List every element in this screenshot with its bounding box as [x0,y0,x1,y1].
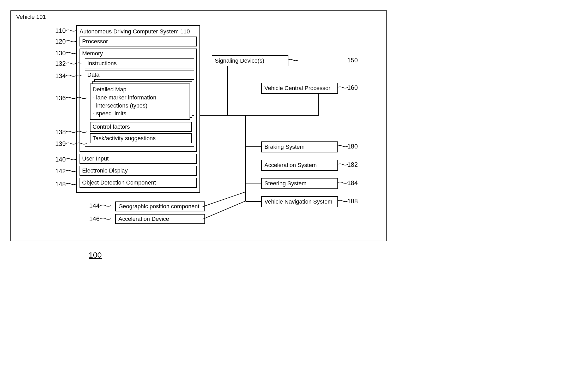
user-input-box: User Input [80,154,197,164]
central-processor-box: Vehicle Central Processor [261,83,338,94]
map-item-speed: - speed limits [93,110,126,117]
memory-box: Memory Instructions Data Detailed Map - … [80,49,197,152]
map-item-intersections: - intersections (types) [93,102,147,109]
svg-line-9 [203,192,246,207]
ref-110: 110 [55,27,66,34]
ref-120: 120 [55,38,66,45]
ref-139: 139 [55,140,66,147]
acceleration-system-box: Acceleration System [261,160,338,171]
ref-140: 140 [55,156,66,163]
task-activity-box: Task/activity suggestions [90,133,192,143]
ref-184: 184 [347,179,358,187]
vehicle-label: Vehicle 101 [16,14,381,20]
ref-136: 136 [55,94,66,102]
detailed-map-title: Detailed Map [93,86,126,93]
ref-130: 130 [55,50,66,57]
geo-position-box: Geographic position component [115,201,205,211]
ref-180: 180 [347,143,358,150]
navigation-box: Vehicle Navigation System [261,196,338,207]
signaling-box: Signaling Device(s) [212,55,288,66]
ref-188: 188 [347,198,358,205]
ref-132: 132 [55,60,66,67]
detailed-map-box: Detailed Map - lane marker information -… [90,84,190,120]
control-factors-box: Control factors [90,122,192,132]
ref-148: 148 [55,181,66,188]
ref-150: 150 [347,57,358,64]
detailed-map-stack: Detailed Map - lane marker information -… [90,84,192,120]
accel-device-box: Acceleration Device [115,214,205,224]
ref-182: 182 [347,161,358,168]
ref-144: 144 [89,202,100,210]
braking-box: Braking System [261,141,338,152]
steering-box: Steering System [261,178,338,189]
ref-134: 134 [55,72,66,80]
object-detection-box: Object Detection Component [80,178,197,188]
vehicle-outer-box: Vehicle 101 Autonomous Driving Computer … [10,10,387,241]
autonomous-system-title: Autonomous Driving Computer System 110 [80,28,197,35]
data-box: Data Detailed Map - lane marker informat… [85,70,194,147]
instructions-box: Instructions [85,58,194,68]
svg-line-10 [203,201,246,219]
ref-146: 146 [89,215,100,223]
ref-142: 142 [55,168,66,175]
ref-138: 138 [55,128,66,136]
map-item-lane: - lane marker information [93,94,156,101]
memory-label: Memory [82,50,103,57]
electronic-display-box: Electronic Display [80,166,197,176]
figure-number: 100 [89,251,102,252]
data-label: Data [87,72,99,78]
autonomous-system-box: Autonomous Driving Computer System 110 P… [76,25,200,193]
processor-box: Processor [80,37,197,46]
ref-160: 160 [347,84,358,91]
